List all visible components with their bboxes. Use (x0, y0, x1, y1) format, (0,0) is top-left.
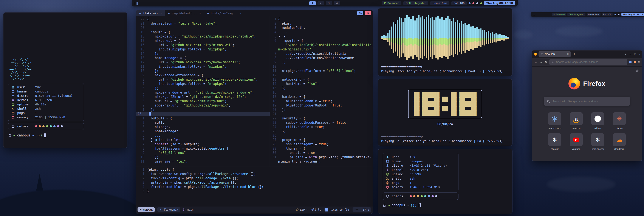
visualizer-window[interactable]: ======================> Playing: ffee fo… (378, 8, 512, 76)
fetch-row-user: usertux (12, 85, 81, 89)
code-line: 11 inputs.nixpkgs.follows = "nixpkgs"; (136, 65, 270, 69)
nvim-pane-right[interactable]: 1{2 pkgs,3 modulesPath,4 ...5}: {6 impor… (270, 16, 373, 167)
viz-bar (480, 29, 482, 47)
code-line: 2 pkgs, (270, 21, 373, 26)
shortcut-amazon[interactable]: aamazon (568, 112, 584, 129)
vim-mode-badge: NORMAL (138, 207, 155, 212)
status-badge: Bat: 100 (602, 13, 612, 16)
power-icon[interactable] (480, 2, 482, 4)
shortcut-search.nixos[interactable]: search.nixos (546, 112, 563, 129)
viz-bar (422, 16, 424, 59)
browser-tab[interactable]: New Tab × (538, 51, 571, 57)
url-bar[interactable] (549, 59, 627, 65)
firefox-window[interactable]: New Tab × + ∨ ─ □ × ← → ↻ ≡ (532, 50, 642, 161)
shell-prompt[interactable]: → canopus ~ ))) (383, 203, 508, 207)
viz-bar (383, 35, 385, 40)
terminal-fetch-1[interactable]: \\ \\ // ==\\__\\/ // // \\// ==// //== … (3, 12, 128, 148)
viz-bar (410, 19, 412, 57)
lines-icon (352, 207, 361, 212)
shortcut-claude[interactable]: ✳claude (611, 112, 628, 129)
wallpaper-cloud (555, 26, 603, 37)
window-close-button[interactable]: × (365, 11, 371, 15)
list-tabs-icon[interactable]: ∨ (625, 53, 626, 56)
network-icon[interactable] (472, 2, 474, 4)
code-line: 10 }; (136, 69, 270, 73)
new-tab-button[interactable]: + (572, 52, 576, 56)
fetch-colors-box: colors (383, 192, 458, 200)
firefox-view-icon[interactable] (534, 53, 537, 56)
clock-badge[interactable]: Thu Aug 08, 18:18 (622, 13, 644, 16)
forward-button[interactable]: → (540, 60, 542, 64)
volume-icon[interactable] (476, 2, 478, 4)
menu-icon[interactable]: ≡ (638, 60, 640, 64)
reload-button[interactable]: ↻ (544, 60, 547, 64)
extension-icon[interactable] (629, 61, 632, 63)
workspace-2[interactable]: 2 (318, 1, 324, 6)
code-line: 19 bluetooth.powerOnBoot = true; (270, 103, 373, 108)
code-line: 9 nix-vscode-extensions = { (136, 73, 270, 77)
palette-icon (386, 195, 390, 198)
newtab-search-input[interactable] (552, 100, 627, 103)
viz-bar (482, 30, 484, 45)
viz-bar (449, 19, 450, 56)
volume-icon[interactable] (618, 14, 620, 15)
toggle-view-button[interactable] (357, 11, 363, 15)
gpt-icon: ✻ (591, 133, 604, 146)
shortcut-chat.openai[interactable]: ✻chat.openai (589, 133, 606, 150)
editor-tab-flake.nix[interactable]: flake.nix× (136, 10, 165, 16)
distro-icon (12, 94, 15, 97)
back-button[interactable]: ← (534, 60, 537, 64)
clock-date: 08/08/24 (437, 122, 453, 126)
viz-bar (507, 37, 508, 39)
nvim-pane-left[interactable]: 22{21 description = "tux's NixOS Flake";… (136, 16, 270, 167)
clock-window[interactable]: ██ ██████ ██ ██████ ██ ██ ██ ██ ██ ██ ██… (378, 79, 512, 146)
newtab-search-bar[interactable] (544, 97, 630, 106)
viz-bar (455, 22, 456, 54)
neovim-window[interactable]: flake.nix×pkgs/default...×hosts/isoImag.… (136, 10, 373, 214)
viz-bar (503, 35, 505, 41)
workspace-3[interactable]: 3 (326, 1, 332, 6)
code-line: 7 ../../modules/nixos/default.nix (270, 52, 373, 56)
tab-close-icon[interactable]: × (160, 12, 162, 15)
newtab-settings-gear-icon[interactable] (636, 69, 639, 73)
bluetooth-icon[interactable] (614, 14, 616, 15)
app-launcher-icon[interactable] (134, 2, 138, 5)
viz-bar (412, 16, 414, 59)
shortcut-youtube[interactable]: ▶youtube (568, 133, 584, 150)
tab-close-icon[interactable]: × (199, 12, 201, 15)
shell-prompt[interactable]: → canopus ~ ))) (8, 133, 122, 137)
tab-close-icon[interactable]: × (240, 12, 242, 15)
code-line: 2 tux-nvim-config = pkgs.callPackage ./n… (136, 176, 373, 180)
extension-icon[interactable] (634, 61, 636, 63)
wallpaper-hill (0, 190, 144, 216)
terminal-fetch-2[interactable]: usertuxhnamecanopusdistroNixOS 24.11 (Vi… (378, 149, 512, 214)
nvim-pane-bottom[interactable]: 1{pkgs, ...}: {1 tux-awesome-wm-config =… (136, 167, 373, 206)
viz-bar (459, 23, 460, 52)
viz-bar (430, 18, 431, 57)
tab-close-icon[interactable]: × (567, 53, 569, 56)
clock-badge[interactable]: Thu Aug 08, 18:18 (484, 1, 515, 6)
code-line: 17 hardware = { (270, 95, 373, 99)
app-launcher-icon[interactable] (532, 13, 535, 16)
shortcut-github[interactable]: github (589, 112, 606, 129)
editor-tab-hosts/isoImag...[interactable]: hosts/isoImag...× (204, 10, 244, 16)
code-line: 3 nixpkgs, (136, 125, 270, 129)
host-icon (12, 90, 15, 93)
url-input[interactable] (556, 60, 625, 64)
minimize-button[interactable]: ─ (630, 53, 631, 55)
bluetooth-icon[interactable] (468, 2, 470, 4)
viz-bar (464, 23, 466, 53)
code-line: 5} (136, 189, 373, 193)
code-line: 8 forAllSystems = nixpkgs.lib.genAttrs [ (136, 146, 270, 151)
code-line: 28 ssh.startAgent = true; (270, 142, 373, 146)
maximize-button[interactable]: □ (634, 53, 636, 55)
user-icon (12, 86, 15, 89)
workspace-1[interactable]: 1 (309, 1, 316, 6)
code-line: 26 (270, 133, 373, 138)
shortcut-chatgpt[interactable]: ✻chatgpt (546, 133, 563, 150)
workspace-4[interactable]: 4 (334, 1, 340, 6)
shortcut-cloudflare[interactable]: ☁cloudflare (611, 133, 628, 150)
viz-bar (443, 20, 445, 56)
close-button[interactable]: × (639, 53, 640, 55)
editor-tab-pkgs/default...[interactable]: pkgs/default...× (165, 10, 204, 16)
